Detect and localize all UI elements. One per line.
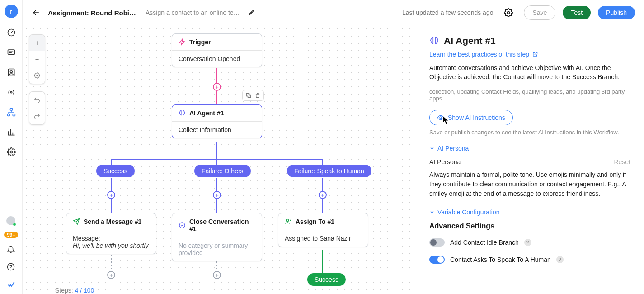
last-updated-text: Last updated a few seconds ago: [402, 9, 494, 16]
chevron-down-icon: [429, 209, 435, 215]
add-step-button[interactable]: +: [107, 271, 115, 279]
save-publish-note: Save or publish changes to see the lates…: [429, 129, 630, 136]
reset-link[interactable]: Reset: [614, 158, 630, 166]
chevron-down-icon: [429, 146, 435, 151]
assign-icon: [285, 218, 292, 225]
broadcast-icon[interactable]: [6, 87, 17, 98]
help-icon[interactable]: ?: [524, 239, 531, 246]
close-chat-icon: [179, 222, 186, 229]
send-icon: [73, 218, 80, 225]
brain-icon: [429, 36, 439, 46]
duplicate-icon[interactable]: [245, 92, 252, 99]
svg-point-3: [10, 71, 12, 73]
dashboard-icon[interactable]: [6, 27, 17, 38]
svg-point-27: [179, 223, 185, 228]
left-navigation-rail: r 99+: [0, 0, 23, 294]
failure-human-branch-chip[interactable]: Failure: Speak to Human: [287, 165, 371, 177]
speak-to-human-label: Contact Asks To Speak To A Human: [450, 256, 551, 263]
svg-point-8: [10, 151, 12, 153]
external-link-icon: [532, 51, 538, 57]
add-step-button[interactable]: +: [213, 83, 221, 91]
ai-agent-node[interactable]: AI Agent #1 Collect Information: [172, 104, 262, 138]
gear-icon[interactable]: [504, 8, 513, 17]
zoom-controls: ＋ －: [29, 34, 45, 84]
add-step-button[interactable]: +: [107, 191, 115, 199]
rail-user-avatar[interactable]: [6, 216, 15, 225]
delete-icon[interactable]: [254, 92, 261, 99]
close-conversation-node[interactable]: Close Conversation #1 No category or sum…: [172, 213, 262, 261]
zoom-in-button[interactable]: ＋: [29, 35, 45, 51]
workflows-icon[interactable]: [6, 107, 17, 118]
test-button[interactable]: Test: [563, 6, 591, 19]
top-header: Assignment: Round Robin + ... Assign a c…: [23, 0, 644, 25]
user-avatar[interactable]: r: [5, 5, 18, 18]
redo-button[interactable]: [29, 108, 45, 124]
add-idle-branch-toggle[interactable]: [429, 238, 445, 247]
svg-point-24: [37, 75, 38, 76]
zoom-out-button[interactable]: －: [29, 51, 45, 67]
close-conversation-node-body: No category or summary provided: [172, 237, 262, 261]
eye-icon: [437, 114, 444, 121]
edit-pencil-icon[interactable]: [248, 9, 255, 16]
ai-persona-section-toggle[interactable]: AI Persona: [429, 145, 630, 152]
panel-title: AI Agent #1: [444, 35, 496, 46]
contacts-icon[interactable]: [6, 67, 17, 78]
svg-rect-6: [7, 114, 9, 116]
right-panel: AI Agent #1 Learn the best practices of …: [416, 25, 644, 294]
send-message-node[interactable]: Send a Message #1 Message: Hi, we'll be …: [66, 213, 156, 254]
messages-icon[interactable]: [6, 47, 17, 58]
svg-point-4: [10, 91, 12, 93]
assign-to-node[interactable]: Assign To #1 Assigned to Sana Nazir: [278, 213, 368, 247]
ai-agent-node-body: Collect Information: [172, 121, 262, 138]
assign-to-node-title: Assign To #1: [296, 218, 334, 225]
ai-agent-node-title: AI Agent #1: [189, 109, 224, 117]
settings-icon[interactable]: [6, 147, 17, 157]
send-message-node-body: Message: Hi, we'll be with you shortly: [66, 230, 156, 254]
add-step-button[interactable]: +: [319, 191, 327, 199]
svg-point-28: [286, 219, 288, 222]
ai-persona-text[interactable]: Always maintain a formal, polite tone. U…: [429, 170, 630, 199]
advanced-settings-heading: Advanced Settings: [429, 222, 630, 230]
svg-point-23: [35, 73, 40, 78]
checkmark-icon[interactable]: [5, 279, 16, 289]
trigger-node-body: Conversation Opened: [172, 50, 262, 67]
workflow-canvas[interactable]: ＋ － Trigger Conversation Opened + AI Ag: [23, 25, 416, 294]
panel-sub-description: collection, updating Contact Fields, qua…: [429, 88, 630, 102]
failure-others-branch-chip[interactable]: Failure: Others: [194, 165, 251, 177]
undo-redo-controls: [29, 91, 45, 125]
reports-icon[interactable]: [6, 127, 17, 138]
svg-point-10: [508, 12, 510, 14]
add-step-button[interactable]: +: [213, 191, 221, 199]
workflow-description[interactable]: Assign a contact to an online tea…: [146, 9, 240, 16]
trigger-node[interactable]: Trigger Conversation Opened: [172, 33, 262, 67]
zoom-fit-button[interactable]: [29, 67, 45, 84]
notification-badge[interactable]: 99+: [4, 232, 18, 238]
help-icon[interactable]: ?: [556, 256, 564, 263]
speak-to-human-toggle[interactable]: [429, 256, 445, 264]
show-ai-instructions-button[interactable]: Show AI Instructions: [429, 110, 513, 125]
save-button[interactable]: Save: [524, 5, 555, 20]
svg-rect-7: [13, 114, 15, 116]
svg-point-29: [440, 117, 442, 119]
success-end-chip[interactable]: Success: [307, 273, 346, 286]
close-conversation-node-title: Close Conversation #1: [189, 218, 255, 232]
notification-bell-icon[interactable]: [5, 244, 16, 255]
trigger-node-title: Trigger: [189, 38, 211, 46]
lightning-icon: [179, 38, 186, 46]
add-step-button[interactable]: +: [213, 271, 221, 279]
back-arrow-icon[interactable]: [32, 8, 41, 17]
add-idle-branch-label: Add Contact Idle Branch: [450, 239, 519, 246]
undo-button[interactable]: [29, 92, 45, 108]
assign-to-node-body: Assigned to Sana Nazir: [278, 230, 368, 247]
steps-counter: Steps: 4 / 100: [55, 287, 94, 294]
help-icon[interactable]: [5, 261, 16, 272]
ai-persona-label: AI Persona: [429, 158, 461, 166]
panel-description: Automate conversations and achieve Objec…: [429, 63, 630, 82]
publish-button[interactable]: Publish: [598, 6, 635, 19]
svg-rect-5: [10, 109, 12, 110]
brain-icon: [179, 109, 186, 117]
node-actions: [242, 90, 264, 101]
learn-best-practices-link[interactable]: Learn the best practices of this step: [429, 51, 538, 58]
variable-config-section-toggle[interactable]: Variable Configuration: [429, 209, 630, 216]
success-branch-chip[interactable]: Success: [96, 165, 135, 177]
